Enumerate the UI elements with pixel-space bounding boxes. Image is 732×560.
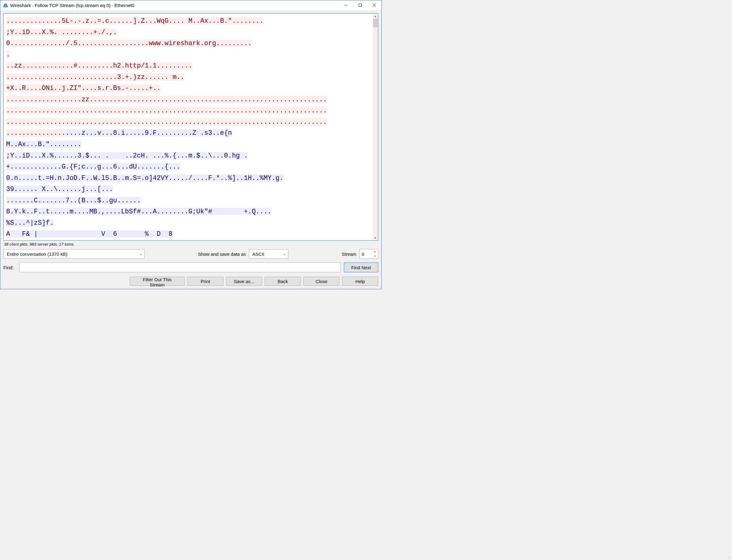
print-button[interactable]: Print [187,277,224,286]
maximize-button[interactable] [353,0,367,10]
chevron-down-icon: ⌄ [283,252,286,256]
server-bytes: M..Ax...B."........ [6,141,81,148]
back-button[interactable]: Back [265,277,301,286]
server-bytes: 0.n.....t.=H.n.JoD.F..W.l5.B..m.S=.o]42V… [6,174,283,182]
server-bytes: A F& | V 6 % D 8 [6,230,173,238]
server-bytes: +.............G.{F;c...g...6...dU.......… [6,163,181,170]
stream-up-icon[interactable]: ▲ [372,249,378,254]
client-bytes: . [6,51,10,58]
server-bytes: .......C.......7..(B...$..gu...... [6,197,141,204]
client-bytes: ;Y..iD...X.%. ........+./.,. [6,29,117,36]
server-bytes: %S...^|zS]f. [6,219,54,227]
client-bytes: +X..R....ONi..j.ZI"....s.r.Bs.-.....+.. [6,84,161,92]
stream-number-spinbox[interactable]: 0 ▲ ▼ [360,249,378,259]
show-data-as-label: Show and save data as [198,251,246,257]
client-bytes: ..............5L-.-.z..=.c......].Z...Wq… [6,17,264,25]
scrollbar-thumb[interactable] [373,19,378,27]
scroll-down-icon[interactable]: ▾ [373,235,378,240]
wireshark-icon [3,2,8,8]
stream-down-icon[interactable]: ▼ [372,254,378,259]
data-format-combo[interactable]: ASCII ⌄ [249,249,288,259]
stream-number-label: Stream [342,251,356,257]
chevron-down-icon: ⌄ [139,252,142,256]
minimize-button[interactable] [339,0,353,10]
server-bytes: ....z...v...8.i.....9.F.........Z .s3..e… [66,129,232,137]
titlebar[interactable]: Wireshark · Follow TCP Stream (tcp.strea… [0,0,381,10]
find-input[interactable] [19,263,341,272]
client-bytes: 0............../.5..................www.… [6,40,252,47]
svg-rect-1 [359,4,362,7]
client-bytes: ............... [6,129,66,137]
close-button[interactable]: Close [303,277,340,286]
window-title: Wireshark · Follow TCP Stream (tcp.strea… [10,3,134,8]
conversation-filter-value: Entire conversation (1370 kB) [7,251,68,257]
filter-out-stream-button[interactable]: Filter Out This Stream [130,277,185,286]
find-label: Find: [3,265,16,270]
vertical-scrollbar[interactable]: ▴ ▾ [373,14,378,240]
server-bytes: 8.Y.k..F..t.....m....MB.,....LbSf#...A..… [6,208,271,215]
help-button[interactable]: Help [342,277,378,286]
client-bytes: ..zz.............#.........h2.http/1.1..… [6,62,192,69]
follow-stream-window: Wireshark · Follow TCP Stream (tcp.strea… [0,0,382,289]
data-format-value: ASCII [252,251,264,257]
scroll-up-icon[interactable]: ▴ [373,14,378,19]
close-window-button[interactable] [367,0,381,10]
stream-number-value: 0 [360,249,372,259]
stream-content[interactable]: ..............5L-.-.z..=.c......].Z...Wq… [4,14,373,240]
save-as-button[interactable]: Save as... [226,277,262,286]
client-bytes: ............................3.+.)zz.....… [6,73,185,81]
client-bytes: ...................zz...................… [6,96,327,103]
packet-stats: 38 client pkts, 983 server pkts, 17 turn… [3,241,378,248]
server-bytes: 39...... X..\......j...[... [6,185,113,193]
conversation-filter-combo[interactable]: Entire conversation (1370 kB) ⌄ [3,249,145,259]
server-bytes: ;Y..iD...X.%......3.$... . ..2cH. ...%.{… [6,152,248,159]
client-bytes: ........................................… [6,118,327,126]
client-bytes: ........................................… [6,107,327,114]
find-next-button[interactable]: Find Next [344,263,378,272]
